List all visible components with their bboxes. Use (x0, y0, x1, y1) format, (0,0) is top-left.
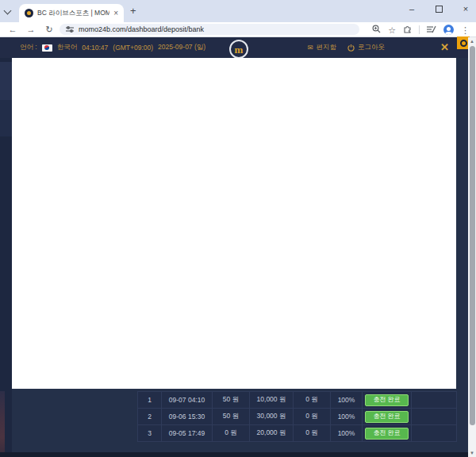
browser-tabstrip: BC 라이브스포츠 | MOMOBET × + – × (0, 0, 476, 22)
scrollbar-down-icon[interactable]: ▼ (468, 449, 476, 457)
extensions-icon[interactable] (403, 25, 412, 35)
background-block (0, 62, 12, 100)
side-panel-icon[interactable] (427, 25, 436, 35)
page-scrollbar[interactable]: ▲ ▼ (468, 37, 476, 457)
tab-close-icon[interactable]: × (113, 10, 118, 17)
background-block (0, 100, 12, 136)
row-empty-cell (412, 425, 457, 442)
maximize-button[interactable] (433, 3, 444, 14)
address-bar[interactable]: momo24b.com/dashboard/deposit/bank (60, 24, 359, 35)
scrollbar-up-icon[interactable]: ▲ (468, 37, 476, 45)
left-edge-strip (0, 58, 12, 457)
url-text: momo24b.com/dashboard/deposit/bank (79, 25, 204, 33)
timezone: (GMT+09:00) (113, 44, 153, 52)
status-badge-complete[interactable]: 충전 완료 (365, 428, 408, 440)
mailbox-button[interactable]: ✉ 편지함 (307, 43, 336, 52)
row-bonus: 0 원 (294, 425, 331, 442)
logout-button[interactable]: 로그아웃 (347, 43, 385, 52)
site-favicon-icon (25, 9, 33, 17)
row-deposit: 20,000 원 (250, 425, 294, 442)
status-badge-complete[interactable]: 충전 완료 (365, 411, 408, 423)
row-date: 09-06 15:30 (162, 409, 213, 425)
browser-menu-icon[interactable]: ⋮ (461, 25, 470, 35)
row-percent: 100% (331, 425, 363, 442)
row-bonus: 0 원 (294, 409, 331, 425)
close-window-button[interactable]: × (460, 3, 471, 14)
row-deposit: 30,000 원 (250, 409, 294, 425)
site-header: 언어 : 한국어 04:10:47 (GMT+09:00) 2025-09-07… (0, 37, 468, 58)
scrollbar-thumb[interactable] (470, 46, 475, 425)
profile-avatar[interactable] (443, 25, 454, 35)
table-row: 1 09-07 04:10 50 원 10,000 원 0 원 100% 충전 … (138, 392, 457, 409)
row-amount: 50 원 (213, 392, 250, 409)
bookmark-star-icon[interactable]: ☆ (388, 25, 396, 35)
row-date: 09-07 04:10 (162, 392, 213, 409)
row-date: 09-05 17:49 (162, 425, 213, 442)
table-row: 2 09-06 15:30 50 원 30,000 원 0 원 100% 충전 … (138, 409, 457, 425)
row-empty-cell (412, 409, 457, 425)
toolbar-divider (419, 25, 420, 34)
current-date: 2025-09-07 (일) (158, 43, 205, 52)
table-row: 3 09-05 17:49 0 원 20,000 원 0 원 100% 충전 완… (138, 425, 457, 442)
row-empty-cell (412, 392, 457, 409)
deposit-history-table: 1 09-07 04:10 50 원 10,000 원 0 원 100% 충전 … (137, 391, 457, 442)
row-number: 3 (138, 425, 162, 442)
header-actions: ✉ 편지함 로그아웃 (307, 37, 385, 58)
tab-title: BC 라이브스포츠 | MOMOBET (37, 9, 109, 18)
envelope-icon: ✉ (307, 44, 313, 52)
row-percent: 100% (331, 392, 363, 409)
forward-icon[interactable]: → (25, 25, 36, 34)
row-amount: 0 원 (213, 425, 250, 442)
close-popup-icon[interactable]: ✕ (440, 41, 449, 53)
row-number: 1 (138, 392, 162, 409)
site-settings-icon[interactable] (66, 26, 74, 33)
logout-label: 로그아웃 (358, 43, 385, 52)
minimize-button[interactable]: – (406, 3, 417, 14)
header-locale-info: 언어 : 한국어 04:10:47 (GMT+09:00) 2025-09-07… (20, 37, 205, 58)
tab-search-chevron-icon[interactable] (5, 7, 12, 14)
row-percent: 100% (331, 409, 363, 425)
row-number: 2 (138, 409, 162, 425)
row-bonus: 0 원 (294, 392, 331, 409)
row-deposit: 10,000 원 (250, 392, 294, 409)
background-image-sliver (0, 391, 5, 457)
back-icon[interactable]: ← (7, 25, 18, 34)
refresh-icon[interactable]: ↻ (44, 25, 55, 35)
window-controls: – × (406, 3, 471, 14)
language-label: 언어 : (20, 43, 37, 52)
site-logo[interactable]: m (229, 40, 248, 59)
browser-tab[interactable]: BC 라이브스포츠 | MOMOBET × (19, 4, 124, 22)
language-value[interactable]: 한국어 (57, 43, 78, 52)
mailbox-label: 편지함 (317, 43, 337, 52)
toolbar-right-icons: ☆ ⋮ (372, 22, 470, 37)
logo-letter: m (235, 44, 244, 55)
power-icon (347, 44, 355, 52)
circular-arrow-icon (460, 40, 467, 47)
zoom-icon[interactable] (372, 25, 381, 35)
korea-flag-icon (42, 44, 52, 52)
new-tab-button[interactable]: + (130, 6, 136, 16)
blank-popup-modal (12, 58, 456, 389)
clock-time: 04:10:47 (82, 44, 108, 52)
row-amount: 50 원 (213, 409, 250, 425)
status-badge-complete[interactable]: 충전 완료 (365, 394, 408, 406)
page-footer-band (0, 452, 468, 457)
